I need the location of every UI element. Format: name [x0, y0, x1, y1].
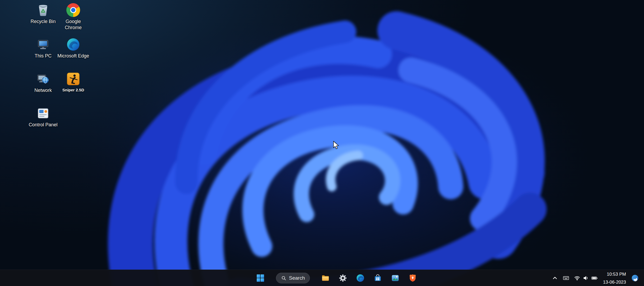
notification-badge-button[interactable]: [630, 272, 640, 284]
file-explorer-folder-icon: [321, 274, 330, 282]
search-label: Search: [289, 275, 305, 281]
system-tray: 10:53 PM 13-06-2023: [550, 270, 640, 286]
speaker-icon: [583, 275, 589, 281]
edge-icon: [66, 38, 80, 51]
file-explorer-button[interactable]: [319, 272, 332, 284]
edge-icon: [356, 274, 365, 282]
desktop-icon-label: Microsoft Edge: [57, 53, 89, 59]
brave-icon: [408, 274, 417, 282]
brave-button[interactable]: [406, 272, 419, 284]
clock-date: 13-06-2023: [603, 279, 626, 285]
desktop-icon-label: This PC: [35, 53, 52, 59]
settings-button[interactable]: [337, 272, 349, 284]
wifi-icon: [574, 275, 580, 281]
settings-gear-icon: [339, 274, 347, 282]
windows-logo-icon: [256, 274, 265, 282]
control-panel-icon: [36, 106, 50, 120]
desktop-icon-label: Sniper 2.5D: [62, 87, 84, 92]
desktop-icon-label: Google Chrome: [57, 19, 89, 31]
edge-taskbar-button[interactable]: [354, 272, 367, 284]
photos-icon: [391, 274, 399, 282]
desktop-icon-label: Control Panel: [29, 122, 57, 128]
network-icon: [36, 72, 50, 86]
touch-keyboard-icon: [563, 275, 569, 281]
desktop-icon-label: Recycle Bin: [30, 19, 56, 25]
battery-icon: [591, 275, 598, 281]
this-pc-icon: [36, 38, 50, 51]
desktop[interactable]: Recycle Bin Google Chrome: [0, 0, 644, 286]
touch-keyboard-button[interactable]: [561, 272, 571, 284]
start-button[interactable]: [254, 272, 267, 284]
taskbar: Search: [0, 270, 644, 286]
tray-chevron-button[interactable]: [550, 272, 560, 284]
microsoft-store-icon: [374, 274, 382, 282]
recycle-bin-icon: [36, 3, 50, 17]
sniper-game-icon: [66, 72, 80, 86]
desktop-icon-microsoft-edge[interactable]: Microsoft Edge: [57, 38, 90, 59]
taskbar-search[interactable]: Search: [276, 273, 310, 283]
microsoft-store-button[interactable]: [371, 272, 384, 284]
desktop-icon-this-pc[interactable]: This PC: [27, 38, 59, 59]
clock-time: 10:53 PM: [607, 271, 626, 277]
desktop-icon-google-chrome[interactable]: Google Chrome: [57, 3, 90, 31]
desktop-icon-recycle-bin[interactable]: Recycle Bin: [27, 3, 59, 25]
desktop-icon-network[interactable]: Network: [27, 72, 59, 93]
chrome-icon: [66, 3, 80, 17]
desktop-icon-sniper-25d[interactable]: Sniper 2.5D: [57, 72, 90, 92]
taskbar-center-group: Search: [254, 270, 419, 286]
tray-status-cluster[interactable]: [572, 272, 599, 284]
notification-badge-icon: [631, 274, 639, 282]
wallpaper-bloom: [0, 0, 644, 286]
desktop-icon-control-panel[interactable]: Control Panel: [27, 106, 59, 128]
desktop-icon-label: Network: [34, 87, 52, 93]
photos-button[interactable]: [389, 272, 402, 284]
search-icon: [281, 275, 286, 281]
taskbar-clock[interactable]: 10:53 PM 13-06-2023: [601, 272, 628, 284]
chevron-up-icon: [552, 275, 558, 281]
